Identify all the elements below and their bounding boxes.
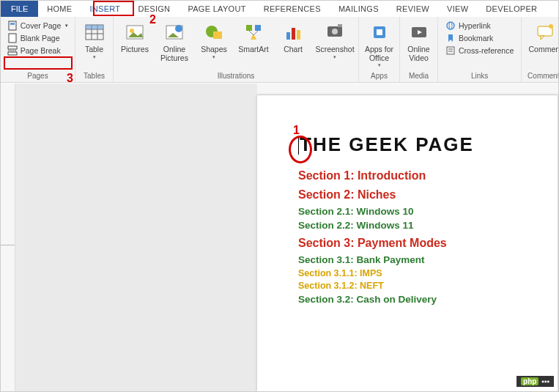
svg-rect-17 bbox=[213, 32, 222, 39]
watermark-brand: php bbox=[521, 377, 538, 385]
svg-rect-4 bbox=[8, 52, 17, 55]
screenshot-button[interactable]: Screenshot ▾ bbox=[314, 18, 355, 60]
svg-rect-3 bbox=[8, 46, 17, 49]
svg-rect-18 bbox=[246, 25, 252, 31]
svg-rect-28 bbox=[338, 24, 342, 27]
tab-home[interactable]: HOME bbox=[38, 1, 81, 17]
tab-page-layout[interactable]: PAGE LAYOUT bbox=[179, 1, 254, 17]
bookmark-label: Bookmark bbox=[459, 34, 493, 42]
apps-for-office-button[interactable]: Apps for Office ▾ bbox=[360, 18, 399, 68]
group-label-pages: Pages bbox=[27, 70, 48, 82]
tab-developer[interactable]: DEVELOPER bbox=[477, 1, 546, 17]
tab-review[interactable]: REVIEW bbox=[388, 1, 438, 17]
online-pictures-button[interactable]: Online Pictures bbox=[156, 18, 193, 62]
doc-heading: Section 3: Payment Modes bbox=[298, 237, 558, 250]
svg-rect-23 bbox=[286, 32, 290, 40]
svg-rect-1 bbox=[10, 23, 15, 25]
tab-view[interactable]: VIEW bbox=[438, 1, 477, 17]
cross-reference-label: Cross-reference bbox=[459, 46, 514, 55]
page-title: THE GEEK PAGE bbox=[298, 133, 558, 156]
chart-icon bbox=[281, 21, 305, 44]
group-label-apps: Apps bbox=[371, 70, 388, 82]
screenshot-icon bbox=[323, 21, 347, 44]
smartart-label: SmartArt bbox=[238, 45, 268, 54]
screenshot-label: Screenshot bbox=[315, 45, 354, 54]
hyperlink-icon bbox=[445, 21, 456, 31]
tab-insert[interactable]: INSERT bbox=[81, 1, 129, 17]
dropdown-icon: ▾ bbox=[65, 23, 68, 29]
blank-page-label: Blank Page bbox=[21, 34, 60, 42]
tab-design[interactable]: DESIGN bbox=[129, 1, 179, 17]
svg-rect-36 bbox=[447, 47, 454, 54]
watermark-rest: ▪▪▪ bbox=[541, 377, 549, 385]
online-video-label: Online Video bbox=[407, 45, 429, 62]
cover-page-label: Cover Page bbox=[21, 21, 61, 30]
document-page[interactable]: THE GEEK PAGE Section 1: IntroductionSec… bbox=[257, 95, 558, 391]
svg-point-41 bbox=[549, 24, 553, 29]
bookmark-button[interactable]: Bookmark bbox=[443, 32, 517, 44]
svg-point-27 bbox=[332, 29, 338, 34]
hyperlink-button[interactable]: Hyperlink bbox=[443, 20, 517, 32]
page-break-label: Page Break bbox=[21, 46, 61, 55]
comment-label: Comment bbox=[529, 45, 559, 54]
table-button[interactable]: Table ▾ bbox=[76, 18, 113, 60]
chart-label: Chart bbox=[284, 45, 303, 54]
apps-label: Apps for Office bbox=[365, 45, 393, 62]
group-illustrations: Pictures Online Pictures Shapes ▾ SmartA… bbox=[114, 17, 359, 82]
text-cursor bbox=[298, 137, 299, 155]
page-break-button[interactable]: Page Break bbox=[4, 45, 71, 56]
file-tab[interactable]: FILE bbox=[1, 1, 38, 17]
cover-page-button[interactable]: Cover Page ▾ bbox=[4, 20, 71, 32]
ribbon: Cover Page ▾ Blank Page Page Break Pages… bbox=[1, 17, 558, 83]
group-links: Hyperlink Bookmark Cross-reference Links bbox=[438, 17, 522, 82]
group-comments: Comment Comments bbox=[522, 17, 559, 82]
online-pictures-label: Online Pictures bbox=[160, 45, 188, 62]
svg-marker-35 bbox=[448, 34, 453, 42]
group-label-tables: Tables bbox=[84, 70, 105, 82]
svg-rect-19 bbox=[255, 25, 261, 31]
group-label-illustrations: Illustrations bbox=[218, 70, 255, 82]
dropdown-icon: ▾ bbox=[93, 54, 96, 60]
shapes-label: Shapes bbox=[201, 45, 227, 54]
svg-rect-25 bbox=[297, 30, 300, 40]
bookmark-icon bbox=[445, 33, 456, 43]
online-video-button[interactable]: Online Video bbox=[401, 18, 437, 62]
blank-page-icon bbox=[7, 33, 18, 43]
group-pages: Cover Page ▾ Blank Page Page Break Pages bbox=[1, 17, 75, 82]
hyperlink-label: Hyperlink bbox=[459, 21, 491, 30]
group-media: Online Video Media bbox=[400, 17, 438, 82]
group-label-comments: Comments bbox=[527, 70, 559, 82]
comment-button[interactable]: Comment bbox=[524, 18, 559, 54]
pictures-button[interactable]: Pictures bbox=[116, 18, 153, 54]
page-break-icon bbox=[7, 45, 18, 56]
apps-icon bbox=[368, 21, 391, 44]
svg-rect-2 bbox=[9, 34, 16, 42]
blank-page-button[interactable]: Blank Page bbox=[4, 32, 71, 44]
cross-reference-icon bbox=[445, 45, 456, 56]
smartart-button[interactable]: SmartArt bbox=[235, 18, 272, 54]
tab-references[interactable]: REFERENCES bbox=[255, 1, 330, 17]
doc-heading: Section 3.1: Bank Payment bbox=[298, 254, 558, 265]
cross-reference-button[interactable]: Cross-reference bbox=[443, 45, 517, 56]
group-tables: Table ▾ Tables bbox=[75, 17, 114, 82]
document-area: THE GEEK PAGE Section 1: IntroductionSec… bbox=[1, 84, 558, 391]
cover-page-icon bbox=[7, 21, 18, 31]
chart-button[interactable]: Chart bbox=[275, 18, 311, 54]
svg-rect-30 bbox=[377, 29, 382, 35]
doc-heading: Section 3.1.2: NEFT bbox=[298, 281, 558, 291]
horizontal-ruler[interactable] bbox=[257, 84, 558, 95]
doc-heading: Section 2: Niches bbox=[298, 188, 558, 201]
comment-icon bbox=[533, 21, 557, 44]
vertical-ruler[interactable] bbox=[1, 84, 15, 391]
video-icon bbox=[407, 21, 431, 44]
shapes-icon bbox=[202, 21, 226, 44]
smartart-icon bbox=[242, 21, 265, 44]
shapes-button[interactable]: Shapes ▾ bbox=[196, 18, 232, 60]
tab-mailings[interactable]: MAILINGS bbox=[330, 1, 388, 17]
watermark: php ▪▪▪ bbox=[517, 376, 554, 387]
table-label: Table bbox=[85, 45, 103, 54]
svg-line-22 bbox=[253, 31, 258, 35]
table-icon bbox=[83, 21, 106, 44]
online-pictures-icon bbox=[163, 21, 186, 44]
dropdown-icon: ▾ bbox=[212, 54, 215, 60]
